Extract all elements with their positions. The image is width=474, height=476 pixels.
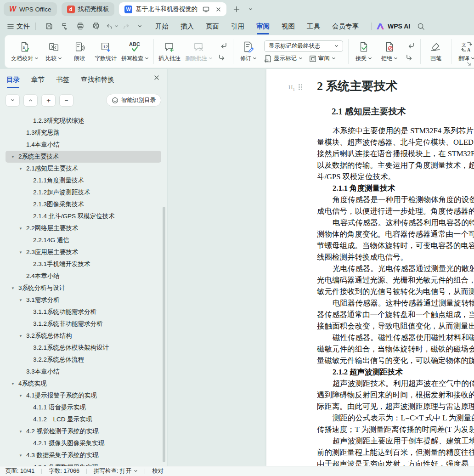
wps-ai-button[interactable]: WPS AI	[376, 23, 410, 30]
toc-item[interactable]: ▼ 1.4本章小结	[6, 139, 161, 151]
quickbar-more-chevron-icon[interactable]	[134, 21, 146, 32]
drag-handle-icon[interactable]	[299, 84, 303, 91]
zoom-in-button[interactable]: ＋	[41, 94, 56, 107]
expand-arrow-icon[interactable]: ▼	[19, 394, 23, 398]
expand-all-button[interactable]	[6, 94, 20, 107]
spellcheck-indicator[interactable]: 拼写检查: 打开	[94, 467, 138, 475]
expand-arrow-icon[interactable]: ▼	[19, 167, 23, 171]
toc-item[interactable]: ▼ 2.1.3图像采集技术	[6, 198, 161, 210]
previous-comment-button[interactable]	[218, 41, 228, 50]
save-button[interactable]	[43, 21, 55, 32]
tab-document[interactable]: W 基于北斗和机器视觉的汽车内	[119, 2, 226, 16]
print-button[interactable]	[74, 21, 86, 32]
menu-item[interactable]: 插入	[181, 22, 194, 31]
close-tab-icon[interactable]	[214, 5, 223, 14]
menu-item[interactable]: 引用	[231, 22, 244, 31]
toc-item[interactable]: ▼ 1.3研究思路	[6, 127, 161, 139]
collapse-all-button[interactable]	[23, 94, 38, 107]
undo-button[interactable]	[106, 23, 118, 30]
menu-item[interactable]: 会员专享	[332, 22, 359, 31]
delete-comment-button[interactable]: 删除批注	[183, 37, 215, 66]
menu-item[interactable]: 工具	[307, 22, 320, 31]
review-pane-button[interactable]: 审阅	[309, 55, 336, 62]
toc-item[interactable]: ▼ 3.2系统总体结构	[6, 330, 161, 342]
export-pdf-button[interactable]	[59, 21, 71, 32]
toc-item[interactable]: ▼ 3.1需求分析	[6, 294, 161, 306]
expand-arrow-icon[interactable]: ▼	[19, 453, 23, 458]
accept-change-button[interactable]: 接受	[351, 37, 377, 66]
toc-item[interactable]: ▼ 4.1提示报警子系统的实现	[6, 390, 161, 402]
markup-state-select[interactable]: 显示标记的最终状态	[264, 40, 343, 52]
toc-item[interactable]: ▼ 4.3 数据采集子系统的实现	[6, 449, 161, 461]
toc-item[interactable]: ▼ 3.2.1系统总体模块架构设计	[6, 342, 161, 354]
sidebar-scrollbar[interactable]	[163, 207, 165, 462]
toc-item[interactable]: ▼ 4系统实现	[6, 378, 161, 390]
expand-arrow-icon[interactable]: ▼	[19, 430, 23, 434]
sidebar-tab[interactable]: 查找和替换	[81, 75, 114, 84]
file-menu-button[interactable]: 文件	[7, 22, 30, 31]
sidebar-tab[interactable]: 章节	[31, 75, 45, 84]
compare-button[interactable]: 比较	[41, 37, 67, 66]
tab-wps-home[interactable]: W WPS Office	[4, 2, 57, 16]
toc-item[interactable]: ▼ 4.3.1 角度数据采集实现	[6, 461, 161, 466]
tab-docer[interactable]: d 找稻壳模板	[62, 2, 115, 16]
toc-item[interactable]: ▼ 2.1.2超声波测距技术	[6, 187, 161, 198]
brush-button[interactable]: 画笔	[423, 37, 449, 66]
tab-list-chevron-icon[interactable]	[245, 4, 256, 15]
next-change-button[interactable]	[405, 53, 415, 62]
close-sidebar-icon[interactable]	[154, 75, 159, 80]
word-count-indicator[interactable]: 字数: 17066	[49, 467, 79, 475]
document-page[interactable]: H1 2 系统主要技术 2.1 感知层主要技术 本系统中主要使用的是 STM32…	[266, 69, 474, 466]
toc-item[interactable]: ▼ 2.1.1角度测量技术	[6, 175, 161, 187]
read-aloud-button[interactable]: 朗读	[67, 37, 92, 66]
toc-item[interactable]: ▼ 2.3应用层主要技术	[6, 246, 161, 258]
sidebar-tab[interactable]: 书签	[56, 75, 69, 84]
insert-comment-button[interactable]: 插入批注	[156, 37, 183, 66]
toc-item[interactable]: ▼ 2.2.14G 通信	[6, 234, 161, 246]
toc-item[interactable]: ▼ 2.2网络层主要技术	[6, 222, 161, 234]
expand-arrow-icon[interactable]: ▼	[11, 286, 15, 290]
print-preview-button[interactable]	[90, 21, 102, 32]
expand-arrow-icon[interactable]: ▼	[11, 382, 15, 386]
word-count-button[interactable]: 12 字数统计	[92, 37, 119, 66]
toc-item[interactable]: ▼ 3系统分析与设计	[6, 282, 161, 294]
page-indicator[interactable]: 页面: 10/41	[6, 467, 34, 475]
heading-anchor[interactable]: H1	[288, 84, 303, 92]
document-workspace[interactable]: H1 2 系统主要技术 2.1 感知层主要技术 本系统中主要使用的是 STM32…	[168, 69, 474, 466]
redo-button[interactable]	[122, 23, 130, 30]
expand-arrow-icon[interactable]: ▼	[19, 227, 23, 231]
doc-proofread-button[interactable]: a 文档校对	[9, 37, 41, 66]
toc-item[interactable]: ▼ 4.1.2 LCD 显示实现	[6, 414, 161, 425]
toc-item[interactable]: ▼ 3.3本章小结	[6, 366, 161, 378]
toc-item[interactable]: ▼ 4.1.1 语音提示实现	[6, 402, 161, 414]
spell-check-button[interactable]: ABC 拼写检查	[119, 37, 151, 66]
proofread-status[interactable]: 校对	[152, 467, 164, 475]
toc-item[interactable]: ▼ 4.2 视觉检测子系统的实现	[6, 425, 161, 437]
ribbon-expand-icon[interactable]	[467, 62, 471, 66]
menu-item[interactable]: 页面	[206, 22, 219, 31]
share-screen-icon[interactable]	[201, 5, 210, 14]
toc-item[interactable]: ▼ 3.1.2系统非功能需求分析	[6, 318, 161, 330]
reject-change-button[interactable]: 拒绝	[377, 37, 402, 66]
track-changes-button[interactable]: 修订	[236, 37, 261, 66]
toc-item[interactable]: ▼ 2系统主要技术	[6, 151, 161, 163]
toc-item[interactable]: ▼ 3.1.1系统功能需求分析	[6, 306, 161, 318]
show-markup-button[interactable]: 显示标记	[264, 55, 303, 62]
zoom-out-button[interactable]: －	[59, 94, 73, 107]
toc-item[interactable]: ▼ 2.1感知层主要技术	[6, 163, 161, 175]
expand-arrow-icon[interactable]: ▼	[19, 334, 23, 338]
expand-arrow-icon[interactable]: ▼	[19, 298, 23, 302]
smart-recognize-toc-button[interactable]: 智能识别目录	[106, 94, 161, 107]
toc-item[interactable]: ▼ 2.1.4 北斗/GPS 双模定位技术	[6, 210, 161, 222]
previous-change-button[interactable]	[405, 41, 415, 50]
next-comment-button[interactable]	[218, 53, 228, 62]
menu-item[interactable]: 开始	[155, 22, 169, 31]
toc-item[interactable]: ▼ 1.2.3研究现状综述	[6, 115, 161, 127]
expand-arrow-icon[interactable]: ▼	[11, 155, 15, 159]
toc-item[interactable]: ▼ 3.2.2系统总体流程	[6, 354, 161, 366]
toc-item[interactable]: ▼ 4.2.1 摄像头图像采集实现	[6, 437, 161, 449]
search-icon[interactable]	[415, 21, 427, 32]
new-tab-button[interactable]	[231, 4, 242, 15]
toc-item[interactable]: ▼ 2.4本章小结	[6, 270, 161, 282]
menu-item[interactable]: 视图	[282, 22, 295, 31]
